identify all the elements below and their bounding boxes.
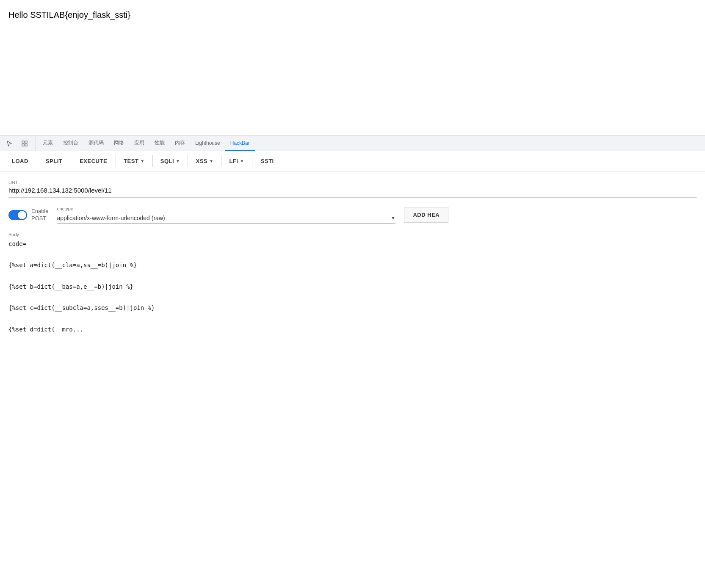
svg-rect-2: [22, 144, 24, 146]
hackbar-content: URL http://192.168.134.132:5000/level/11…: [0, 171, 705, 343]
hello-text: Hello SSTILAB{enjoy_flask_ssti}: [8, 10, 697, 20]
execute-button[interactable]: EXECUTE: [73, 155, 114, 168]
svg-rect-3: [25, 144, 27, 146]
devtools-tabbar: 元素 控制台 源代码 网络 应用 性能 内存 Lighthouse HackBa…: [0, 136, 705, 151]
tab-performance[interactable]: 性能: [149, 136, 170, 151]
svg-rect-0: [22, 141, 24, 143]
url-section: URL http://192.168.134.132:5000/level/11: [8, 180, 697, 198]
enctype-label: enctype: [57, 206, 395, 211]
toolbar-separator-7: [252, 155, 252, 167]
enable-post-toggle[interactable]: [8, 210, 27, 220]
toolbar-separator-5: [188, 155, 188, 167]
test-button[interactable]: TEST ▼: [118, 155, 151, 168]
lfi-dropdown-arrow: ▼: [240, 159, 244, 163]
split-button[interactable]: SPLIT: [39, 155, 69, 168]
xss-button[interactable]: XSS ▼: [190, 155, 219, 168]
hackbar-toolbar: LOAD SPLIT EXECUTE TEST ▼ SQLI ▼ XSS ▼ L…: [0, 151, 705, 171]
devtools-panel: 元素 控制台 源代码 网络 应用 性能 内存 Lighthouse HackBa…: [0, 135, 705, 343]
enctype-dropdown-arrow: ▼: [391, 215, 396, 221]
post-section: Enable POST enctype application/x-www-fo…: [8, 206, 697, 224]
body-section: Body code= {%set a=dict(__cla=a,ss__=b)|…: [8, 232, 697, 335]
page-content: Hello SSTILAB{enjoy_flask_ssti}: [0, 0, 705, 135]
toolbar-separator-4: [152, 155, 153, 167]
test-dropdown-arrow: ▼: [140, 159, 144, 163]
tab-hackbar[interactable]: HackBar: [225, 136, 255, 151]
enable-post-container: Enable POST: [8, 208, 48, 222]
tab-network[interactable]: 网络: [109, 136, 129, 151]
tab-sources[interactable]: 源代码: [83, 136, 109, 151]
sqli-dropdown-arrow: ▼: [176, 159, 180, 163]
lfi-button[interactable]: LFI ▼: [223, 155, 250, 168]
body-code[interactable]: code= {%set a=dict(__cla=a,ss__=b)|join …: [8, 239, 697, 335]
enctype-select[interactable]: application/x-www-form-urlencoded (raw) …: [57, 213, 395, 224]
svg-rect-1: [25, 141, 27, 143]
toolbar-separator-2: [71, 155, 71, 167]
load-button[interactable]: LOAD: [5, 155, 35, 168]
inspect-icon[interactable]: [19, 138, 30, 149]
ssti-button[interactable]: SSTI: [254, 155, 281, 168]
add-header-button[interactable]: ADD HEA: [404, 207, 448, 223]
toolbar-separator-1: [37, 155, 37, 167]
enctype-section: enctype application/x-www-form-urlencode…: [57, 206, 395, 224]
url-value[interactable]: http://192.168.134.132:5000/level/11: [8, 187, 697, 198]
sqli-button[interactable]: SQLI ▼: [155, 155, 186, 168]
tab-lighthouse[interactable]: Lighthouse: [190, 136, 225, 151]
tab-elements[interactable]: 元素: [38, 136, 58, 151]
toolbar-separator-6: [221, 155, 221, 167]
toolbar-separator-3: [116, 155, 116, 167]
enable-post-label: Enable POST: [31, 208, 48, 222]
tab-console[interactable]: 控制台: [58, 136, 83, 151]
xss-dropdown-arrow: ▼: [209, 159, 213, 163]
tab-memory[interactable]: 内存: [170, 136, 190, 151]
devtools-icon-group: [3, 136, 36, 151]
tab-application[interactable]: 应用: [129, 136, 149, 151]
cursor-icon[interactable]: [3, 138, 15, 149]
url-label: URL: [8, 180, 697, 185]
body-label: Body: [8, 232, 697, 237]
